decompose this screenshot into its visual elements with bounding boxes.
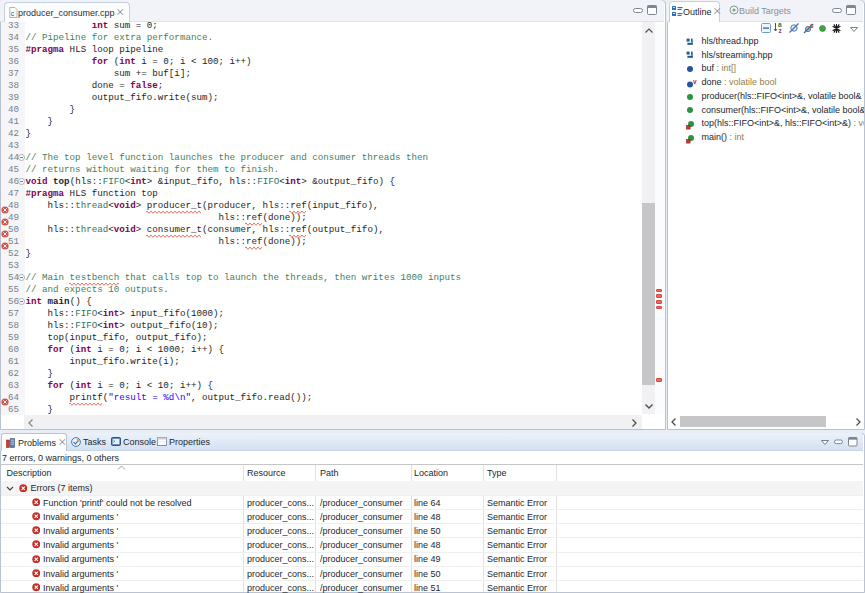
- svg-text:v: v: [693, 79, 697, 85]
- svg-text:c: c: [11, 10, 15, 17]
- svg-text:z: z: [779, 27, 783, 34]
